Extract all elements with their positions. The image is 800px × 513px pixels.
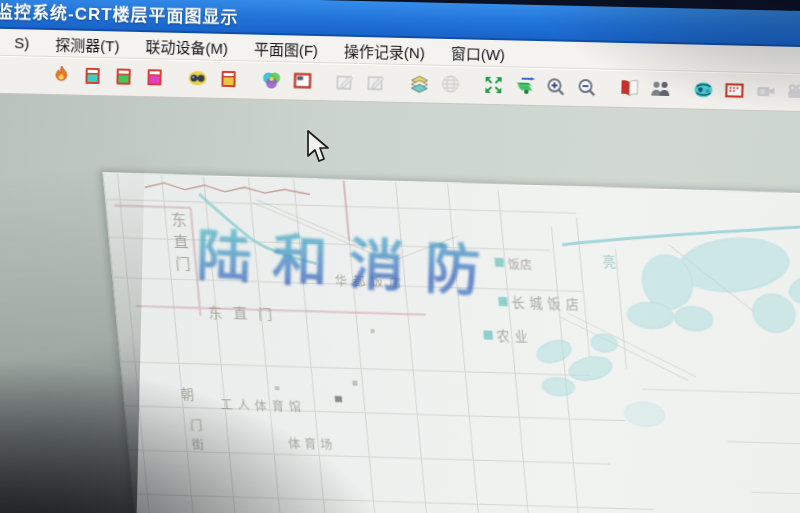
toolbar-group: [479, 73, 600, 102]
toolbar-group: [405, 71, 464, 98]
toolbar-pan-view-button[interactable]: [510, 73, 538, 100]
toolbar-fit-view-button[interactable]: [479, 73, 507, 100]
menu-item-floor-plan[interactable]: 平面图(F): [241, 35, 332, 62]
binoculars-icon: [186, 67, 209, 92]
camera-icon: [754, 79, 777, 104]
layers-icon: [408, 72, 431, 97]
map-label-stadium: 体育场: [288, 437, 337, 453]
toolbar-group: [47, 63, 168, 92]
monitor-screen: 监控系统-CRT楼层平面图显示 S)探测器(T)联动设备(M)平面图(F)操作记…: [0, 0, 800, 513]
toolbar-document-green-button[interactable]: [109, 64, 137, 91]
menu-item-system-partial[interactable]: S): [1, 31, 42, 53]
floor-plan-map[interactable]: 东直门东直门朝工人体育馆体育场门街饭店华都饭店长城饭店亮农业 陆和消防: [102, 172, 800, 513]
menu-item-window-menu[interactable]: 窗口(W): [438, 39, 519, 66]
window-title: 监控系统-CRT楼层平面图显示: [0, 0, 239, 28]
edit-note-2-icon: [365, 71, 388, 96]
toolbar-camera-button[interactable]: [751, 79, 779, 106]
toolbar-red-frame-button[interactable]: [288, 68, 316, 95]
document-yellow-icon: [217, 67, 240, 92]
zoom-out-icon: [575, 75, 598, 100]
toolbar-flame-button[interactable]: [47, 63, 75, 90]
menu-item-detector[interactable]: 探测器(T): [42, 30, 133, 57]
document-magenta-icon: [143, 66, 166, 91]
toolbar-layers-button[interactable]: [405, 71, 433, 98]
palette-icon: [260, 68, 283, 93]
zoom-in-icon: [544, 75, 567, 100]
globe-wire-icon: [439, 72, 462, 97]
toolbar-projector-button[interactable]: [782, 80, 800, 107]
toolbar-document-cyan-button[interactable]: [78, 64, 106, 91]
photo-frame: 监控系统-CRT楼层平面图显示 S)探测器(T)联动设备(M)平面图(F)操作记…: [0, 0, 800, 513]
map-label-dongzhimen-vertical: 东直门: [167, 211, 192, 278]
toolbar-globe-wire-button[interactable]: [436, 72, 464, 99]
toolbar-group: [183, 66, 242, 93]
toolbar-group: [615, 76, 674, 103]
edit-note-icon: [334, 70, 357, 95]
toolbar-edit-note-2-button[interactable]: [362, 70, 390, 97]
toolbar-group: [689, 77, 800, 106]
fit-view-icon: [482, 73, 505, 98]
toolbar-document-magenta-button[interactable]: [140, 65, 168, 92]
toolbar-network-globe-button[interactable]: [689, 77, 717, 104]
toolbar-people-button[interactable]: [646, 76, 674, 103]
flame-icon: [50, 63, 73, 88]
map-marker-icon: [483, 330, 493, 339]
toolbar-group: [257, 68, 316, 95]
document-cyan-icon: [81, 64, 104, 89]
network-globe-icon: [692, 78, 715, 103]
people-icon: [649, 77, 672, 102]
map-label-chaoyangmen: 朝: [180, 387, 195, 404]
toolbar-document-yellow-button[interactable]: [214, 67, 242, 94]
menu-item-operation-log[interactable]: 操作记录(N): [331, 37, 438, 64]
toolbar-alarm-screen-button[interactable]: [720, 78, 748, 105]
toolbar-group: [331, 69, 390, 96]
map-label-liangma: 亮: [602, 254, 617, 271]
map-label-great-wall-hotel: 长城饭店: [498, 295, 585, 314]
toolbar-palette-button[interactable]: [257, 68, 285, 95]
alarm-screen-icon: [723, 79, 746, 104]
menu-item-linkage-device[interactable]: 联动设备(M): [132, 32, 241, 59]
toolbar-book-button[interactable]: [615, 76, 643, 103]
map-label-menjie-vertical: 门街: [186, 420, 205, 459]
map-label-agriculture: 农业: [483, 328, 534, 346]
map-label-dongzhimen: 东直门: [207, 304, 284, 324]
projector-icon: [785, 80, 800, 105]
document-green-icon: [112, 65, 135, 90]
toolbar-zoom-in-button[interactable]: [541, 74, 569, 101]
toolbar-binoculars-button[interactable]: [183, 66, 211, 93]
desktop-area: 东直门东直门朝工人体育馆体育场门街饭店华都饭店长城饭店亮农业 陆和消防: [0, 94, 800, 513]
map-label-workers-gymnasium: 工人体育馆: [220, 398, 306, 416]
pan-view-icon: [513, 74, 536, 99]
toolbar-zoom-out-button[interactable]: [572, 75, 600, 102]
toolbar-edit-note-button[interactable]: [331, 69, 359, 96]
red-frame-icon: [291, 69, 314, 94]
book-icon: [618, 76, 641, 101]
